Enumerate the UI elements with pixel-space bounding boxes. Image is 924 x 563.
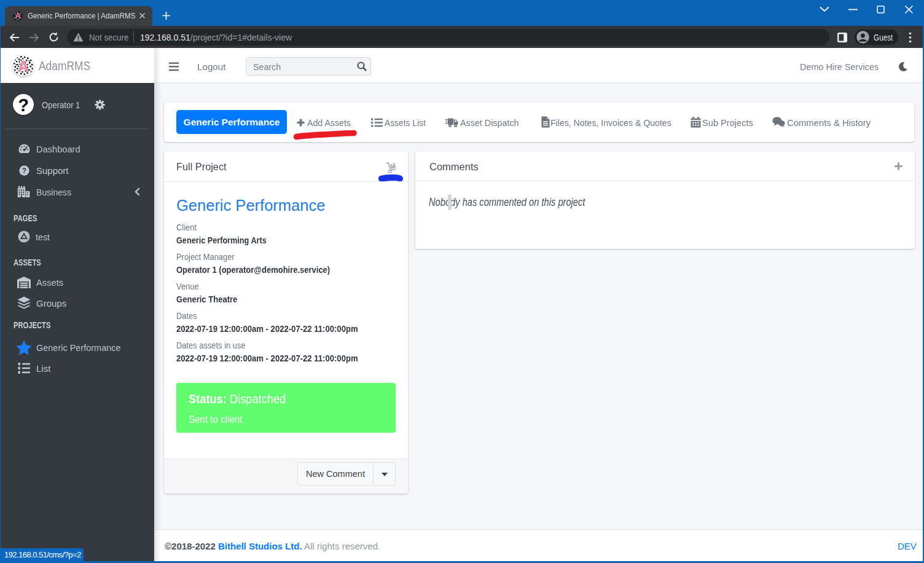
svg-text:?: ?	[22, 167, 26, 175]
svg-text:A: A	[18, 57, 29, 76]
svg-text:A: A	[15, 12, 21, 20]
